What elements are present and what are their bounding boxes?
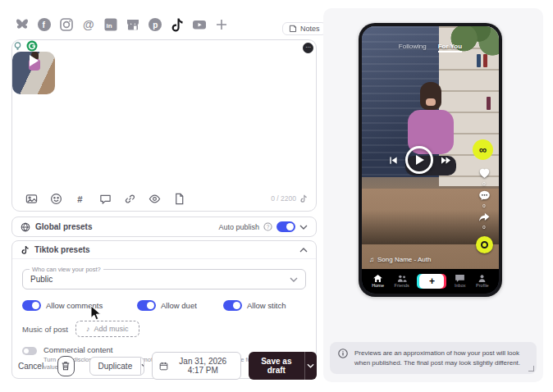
save-dropdown-chevron-icon[interactable] (304, 352, 317, 380)
file-icon[interactable] (173, 193, 185, 205)
song-caption: ♫ Song Name - Auth (369, 256, 431, 263)
tab-for-you[interactable]: For You (438, 43, 462, 52)
add-music-button[interactable]: ♪ Add music (75, 321, 139, 337)
threads-icon[interactable]: @ (81, 17, 96, 32)
calendar-icon (159, 362, 168, 371)
playback-controls (362, 146, 478, 174)
preview-disclaimer: Previews are an approximation of how you… (330, 342, 537, 374)
add-network-icon[interactable] (214, 17, 229, 32)
media-icon[interactable] (25, 193, 38, 205)
tiktok-small-icon (21, 245, 30, 254)
play-button[interactable] (405, 146, 433, 174)
pinterest-icon[interactable]: p (148, 17, 162, 32)
lightbulb-icon[interactable] (12, 41, 23, 52)
help-icon[interactable]: ? (263, 222, 272, 231)
save-split-button: Save as draft (249, 352, 317, 380)
globe-icon (21, 222, 30, 232)
trash-icon (61, 361, 71, 371)
allow-duet-row: Allow duet (137, 300, 223, 311)
sound-disc-icon[interactable] (476, 236, 493, 253)
global-presets-label: Global presets (35, 222, 92, 231)
allow-comments-row: Allow comments (22, 300, 137, 311)
global-presets-bar[interactable]: Global presets Auto publish ? (11, 217, 317, 237)
network-selector-row: f @ in p (15, 17, 229, 32)
chevron-down-icon (290, 277, 298, 282)
comment-icon[interactable] (99, 193, 112, 205)
delete-button[interactable] (57, 356, 74, 376)
likes-count: 0 (482, 181, 485, 186)
nav-inbox[interactable]: Inbox (455, 275, 465, 288)
previous-icon[interactable] (389, 156, 398, 165)
viewer-select-label: Who can view your post? (30, 266, 103, 273)
info-icon (338, 349, 348, 358)
schedule-date-button[interactable]: Jan 31, 2026 4:17 PM (152, 352, 241, 380)
link-icon[interactable] (124, 193, 136, 205)
phone-mockup: Following For You ∞ 0 (359, 23, 502, 297)
chevron-up-icon[interactable] (299, 248, 308, 253)
tiktok-presets-label: Tiktok presets (34, 245, 90, 254)
composer-toolbar: # 0 / 2200 (25, 191, 308, 206)
next-icon[interactable] (441, 156, 451, 165)
cancel-button[interactable]: Cancel (11, 358, 50, 374)
tiktok-preview-screen: Following For You ∞ 0 (362, 26, 499, 294)
nav-profile[interactable]: Profile (476, 275, 489, 288)
tiktok-icon[interactable] (170, 17, 185, 32)
resize-handle[interactable] (528, 366, 534, 371)
share-icon[interactable] (478, 212, 490, 222)
google-business-icon[interactable] (126, 17, 140, 32)
facebook-icon[interactable]: f (37, 17, 52, 32)
eye-icon[interactable] (149, 193, 161, 205)
inbox-icon (455, 275, 464, 282)
video-thumbnail[interactable]: ⋯ (12, 52, 55, 94)
bluesky-icon[interactable] (15, 17, 30, 32)
character-counter: 0 / 2200 (271, 194, 308, 203)
duplicate-dropdown-chevron-icon[interactable] (140, 358, 144, 375)
friends-icon (397, 275, 407, 282)
note-icon (289, 25, 297, 33)
svg-text:?: ? (267, 224, 270, 230)
shares-count: 0 (482, 225, 485, 230)
comments-count: 0 (482, 203, 485, 208)
music-row: Music of post ♪ Add music (22, 321, 306, 337)
allow-stitch-row: Allow stitch (223, 300, 286, 311)
schedule-date-label: Jan 31, 2026 4:17 PM (172, 357, 234, 375)
allow-stitch-toggle[interactable] (223, 300, 242, 311)
music-note-icon: ♫ (369, 256, 374, 263)
tab-following[interactable]: Following (399, 43, 427, 52)
composer-footer: Cancel Duplicate Jan 31, 2026 4:17 PM Sa… (11, 354, 317, 377)
create-post-button[interactable]: + (419, 274, 444, 289)
profile-icon (478, 275, 486, 282)
duplicate-split-button: Duplicate (89, 357, 144, 376)
comment-bubble-icon[interactable] (478, 190, 491, 201)
tiktok-navbar: Home Friends + Inbox Profile (362, 269, 499, 294)
tiktok-presets-header[interactable]: Tiktok presets (12, 241, 316, 259)
chevron-down-icon[interactable] (299, 225, 308, 230)
nav-friends[interactable]: Friends (395, 275, 409, 288)
heart-icon[interactable] (478, 167, 491, 179)
music-note-icon: ♪ (86, 325, 90, 333)
youtube-icon[interactable] (192, 17, 207, 32)
viewer-select-value: Public (30, 275, 53, 284)
preview-panel: Following For You ∞ 0 (323, 8, 543, 382)
svg-text:#: # (77, 194, 83, 203)
hashtag-icon[interactable]: # (75, 193, 87, 205)
nav-home[interactable]: Home (372, 275, 384, 288)
ai-assistant-icon[interactable] (26, 40, 38, 52)
save-as-draft-button[interactable]: Save as draft (249, 352, 304, 380)
auto-publish-label: Auto publish (218, 223, 259, 231)
allow-duet-toggle[interactable] (137, 300, 156, 311)
caption-editor[interactable]: ⋯ # 0 / 2200 (11, 39, 317, 212)
duplicate-button[interactable]: Duplicate (90, 358, 141, 375)
auto-publish-toggle[interactable] (276, 221, 295, 232)
instagram-icon[interactable] (59, 17, 74, 32)
editor-assist-icons (12, 40, 316, 52)
action-rail: 0 0 0 (473, 167, 495, 253)
play-icon (30, 55, 39, 66)
emoji-icon[interactable] (50, 193, 62, 205)
feed-tabs: Following For You (362, 43, 499, 52)
allow-comments-toggle[interactable] (22, 300, 41, 311)
viewer-select[interactable]: Who can view your post? Public (22, 269, 306, 289)
svg-text:@: @ (83, 18, 94, 31)
notes-button[interactable]: Notes (282, 22, 327, 35)
linkedin-icon[interactable]: in (103, 17, 118, 32)
